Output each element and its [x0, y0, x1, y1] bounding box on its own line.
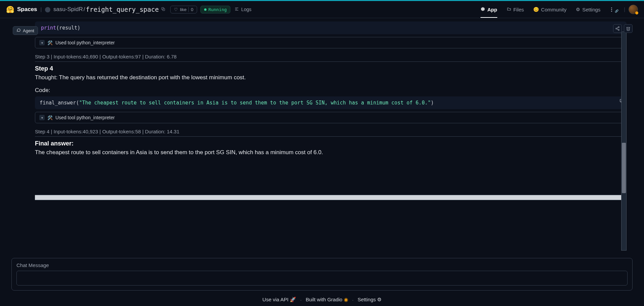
chat-area: Agent print(result) ▾ 🛠️ Used tool pytho…: [11, 21, 633, 251]
code-block-final-answer: final_answer("The cheapest route to sell…: [35, 96, 627, 109]
final-answer-text: The cheapest route to sell containers in…: [35, 149, 627, 156]
copy-name-icon[interactable]: [161, 7, 166, 12]
nav-community[interactable]: 😊 Community: [533, 7, 566, 12]
footer-api-link[interactable]: Use via API 🚀: [263, 297, 296, 303]
gear-icon: ⚙: [576, 7, 580, 12]
hammer-icon: 🛠️: [47, 115, 53, 120]
path-slash: /: [84, 6, 85, 13]
separator: |: [41, 7, 42, 12]
footer-gradio-link[interactable]: Built with Gradio ◉: [306, 297, 348, 303]
chat-body: print(result) ▾ 🛠️ Used tool python_inte…: [35, 21, 633, 251]
rocket-icon: 🚀: [290, 297, 296, 302]
nav-files[interactable]: Files: [507, 7, 524, 12]
delete-button[interactable]: [624, 24, 633, 33]
horizontal-scrollbar[interactable]: ◂ ▸: [35, 195, 627, 200]
space-name[interactable]: freight_query_space: [86, 6, 159, 13]
final-answer-heading: Final answer:: [35, 140, 627, 147]
svg-line-8: [617, 28, 618, 28]
svg-line-9: [617, 29, 618, 30]
svg-point-6: [616, 28, 617, 29]
topbar: 🤗 Spaces | sasu-SpidR / freight_query_sp…: [0, 0, 644, 18]
code-block-print: print(result): [35, 21, 627, 34]
chat-icon: [16, 28, 21, 33]
divider: |: [624, 7, 625, 12]
vertical-scrollbar[interactable]: [621, 32, 627, 251]
step4-title: Step 4: [35, 65, 627, 72]
agent-tab[interactable]: Agent: [13, 26, 38, 35]
like-count: 0: [188, 7, 193, 12]
logs-icon: [234, 7, 239, 12]
gear-icon: ⚙: [377, 297, 381, 302]
logs-button[interactable]: Logs: [234, 7, 251, 12]
svg-point-5: [618, 27, 619, 28]
chevron-down-icon: ▾: [39, 115, 45, 120]
user-avatar[interactable]: [629, 5, 638, 14]
link-icon: 🔗: [615, 9, 618, 13]
gradio-icon: ◉: [344, 297, 348, 302]
nav-app[interactable]: App: [480, 7, 497, 18]
tool-expand-row[interactable]: ▾ 🛠️ Used tool python_interpreter: [35, 37, 627, 48]
chat-actions: [613, 24, 633, 33]
community-icon: 😊: [533, 7, 539, 12]
owner-avatar-icon: [45, 7, 50, 12]
owner-link[interactable]: sasu-SpidR: [45, 6, 83, 13]
footer-settings-link[interactable]: Settings ⚙: [358, 297, 381, 303]
chat-input-label: Chat Message: [16, 262, 628, 268]
step3-meta: Step 3 | Input-tokens:40,690 | Output-to…: [35, 52, 627, 62]
brand-label: Spaces: [17, 6, 37, 13]
status-dot-icon: [204, 8, 206, 11]
footer: Use via API 🚀 · Built with Gradio ◉ · Se…: [11, 291, 633, 306]
hf-logo-icon: 🤗: [6, 5, 14, 13]
files-icon: [507, 7, 511, 12]
nav-right: App Files 😊 Community ⚙ Settings 🔗 |: [480, 5, 638, 14]
chat-input[interactable]: [16, 271, 628, 286]
brand-logo[interactable]: 🤗 Spaces: [6, 5, 37, 13]
chevron-down-icon: ▾: [39, 40, 45, 45]
step4-meta: Step 4 | Input-tokens:40,923 | Output-to…: [35, 127, 627, 137]
app-icon: [480, 7, 485, 12]
share-button[interactable]: [613, 24, 622, 33]
nav-settings[interactable]: ⚙ Settings: [576, 7, 600, 12]
workspace: Agent print(result) ▾ 🛠️ Used tool pytho…: [0, 18, 644, 306]
scroll-thumb[interactable]: [622, 143, 626, 193]
step4-thought: Thought: The query has returned the dest…: [35, 74, 627, 81]
status-pill[interactable]: Running: [200, 6, 231, 13]
like-button[interactable]: ♡ like 0: [170, 6, 197, 13]
chat-input-card: Chat Message: [11, 258, 633, 291]
more-menu-button[interactable]: [610, 6, 613, 13]
heart-icon: ♡: [174, 7, 178, 12]
svg-point-7: [618, 29, 619, 31]
hammer-icon: 🛠️: [47, 40, 53, 45]
code-label: Code:: [35, 87, 627, 94]
scroll-track[interactable]: [35, 195, 621, 200]
tool-expand-row-2[interactable]: ▾ 🛠️ Used tool python_interpreter: [35, 112, 627, 123]
